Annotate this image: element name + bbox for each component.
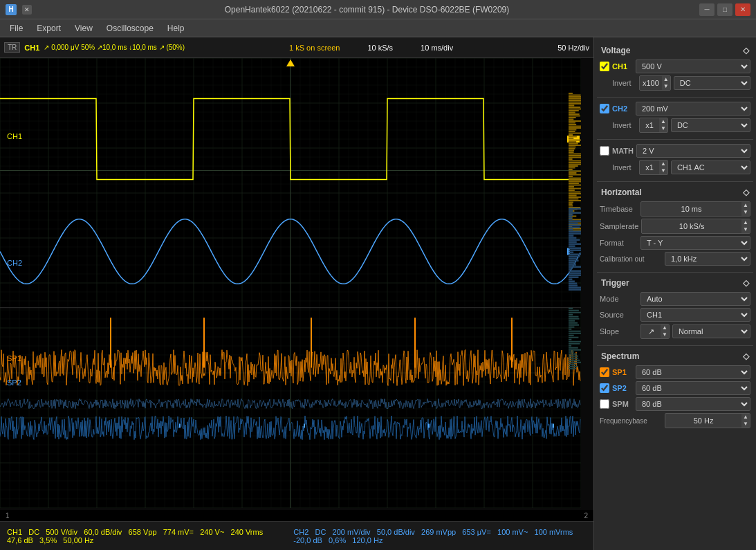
ch1-coupling-select[interactable]: DCACGND (674, 76, 750, 90)
app-icon: H (6, 4, 17, 15)
timebase-down[interactable]: ▼ (741, 209, 750, 216)
menubar: File Export View Oscilloscope Help (0, 19, 756, 37)
maximize-button[interactable]: □ (717, 3, 732, 16)
spectrum-section: Spectrum ◇ SP1 60 dB SP2 60 dB (597, 349, 753, 432)
slope-type-select[interactable]: NormalAuto (672, 324, 750, 338)
slope-up[interactable]: ▲ (661, 324, 669, 331)
ch1-label: CH1 (612, 62, 633, 71)
format-label: Format (600, 239, 638, 247)
ch1-voltage-row: CH1 500 V Invert x100 ▲ ▼ (597, 58, 753, 94)
ch1-badge: CH1 (24, 44, 39, 52)
timebase-spinbox[interactable]: 10 ms ▲ ▼ (640, 201, 750, 217)
freqbase-label: Frequencybase (600, 417, 662, 425)
math-voltage-row: MATH 2 V Invert x1 ▲ ▼ (597, 143, 753, 178)
minimize-button[interactable]: ─ (699, 3, 714, 16)
menu-view[interactable]: View (68, 21, 100, 35)
main-layout: TR CH1 ↗ 0,000 μV 50% ↗10,0 ms ↓10,0 ms … (0, 37, 756, 550)
spectrum-expand-icon[interactable]: ◇ (743, 351, 749, 361)
math-invert-label: Invert (612, 163, 636, 172)
freqbase-down[interactable]: ▼ (741, 421, 750, 428)
source-label: Source (600, 311, 638, 319)
ch2-probe-down[interactable]: ▼ (659, 125, 667, 132)
trigger-source-select[interactable]: CH1CH2 (640, 308, 750, 322)
samplerate-label: Samplerate (600, 222, 638, 230)
close-icon-x: ✕ (22, 5, 32, 15)
sp2-select[interactable]: 60 dB (636, 381, 750, 395)
oscilloscope-canvas[interactable] (0, 58, 593, 510)
spectrum-header: Spectrum ◇ (597, 349, 753, 364)
axis-label-1: 1 (6, 512, 10, 520)
horizontal-section: Horizontal ◇ Timebase 10 ms ▲ ▼ Samplera… (597, 185, 753, 269)
ch2-invert-label: Invert (612, 121, 636, 129)
math-probe-spinbox[interactable]: x1 ▲ ▼ (639, 160, 668, 175)
trigger-header: Trigger ◇ (597, 275, 753, 291)
format-select[interactable]: T - YX - Y (640, 236, 750, 250)
horizontal-header: Horizontal ◇ (597, 185, 753, 200)
ch2-checkbox[interactable] (600, 104, 609, 113)
sp2-checkbox[interactable] (600, 383, 609, 393)
ch2-voltage-select[interactable]: 200 mV (636, 102, 750, 116)
voltage-header: Voltage ◇ (597, 43, 753, 58)
trigger-content: Mode AutoNormalSingle Source CH1CH2 Slop… (597, 291, 753, 342)
trigger-section: Trigger ◇ Mode AutoNormalSingle Source C… (597, 275, 753, 342)
math-probe-down[interactable]: ▼ (659, 167, 667, 174)
menu-help[interactable]: Help (160, 21, 192, 35)
math-probe-up[interactable]: ▲ (659, 161, 667, 167)
calibration-select[interactable]: 1,0 kHz (665, 252, 750, 266)
voltage-expand-icon[interactable]: ◇ (743, 46, 749, 55)
horizontal-content: Timebase 10 ms ▲ ▼ Samplerate 10 kS/s (597, 200, 753, 269)
calibration-label: Calibration out (600, 255, 662, 263)
trigger-mode-select[interactable]: AutoNormalSingle (640, 292, 750, 306)
slope-down[interactable]: ▼ (661, 331, 669, 338)
ch1-probe-up[interactable]: ▲ (662, 76, 670, 83)
close-button[interactable]: ✕ (735, 3, 750, 16)
menu-export[interactable]: Export (30, 21, 68, 35)
sample-rate: 10 kS/s (367, 44, 393, 52)
samples-on-screen: 1 kS on screen (289, 44, 340, 52)
ch2-label: CH2 (612, 104, 633, 113)
ch1-voltage-select[interactable]: 500 V (636, 59, 750, 73)
title-text: OpenHantek6022 (20210622 - commit 915) -… (35, 5, 699, 15)
spm-select[interactable]: 80 dB (636, 397, 750, 411)
ch1-trigger-info: ↗ 0,000 μV 50% ↗10,0 ms ↓10,0 ms ↗ (50%) (44, 44, 185, 51)
ch1-invert-label: Invert (612, 79, 636, 87)
toolbar-center: 1 kS on screen 10 kS/s 10 ms/div (189, 44, 553, 52)
timebase-up[interactable]: ▲ (741, 202, 750, 209)
time-per-div: 10 ms/div (421, 44, 453, 52)
math-voltage-select[interactable]: 2 V (636, 144, 750, 158)
statusbar: CH1 DC 500 V/div 60,0 dB/div 658 Vpp 774… (0, 521, 593, 550)
sp1-select[interactable]: 60 dB (636, 365, 750, 379)
menu-file[interactable]: File (3, 21, 30, 35)
mode-label: Mode (600, 295, 638, 303)
samplerate-up[interactable]: ▲ (741, 219, 750, 226)
ch1-probe-down[interactable]: ▼ (662, 83, 670, 90)
math-coupling-select[interactable]: CH1 ACCH1 DCCH2 ACCH2 DC (671, 161, 750, 174)
voltage-section: Voltage ◇ CH1 500 V Invert x100 (597, 43, 753, 178)
osc-toolbar: TR CH1 ↗ 0,000 μV 50% ↗10,0 ms ↓10,0 ms … (0, 37, 593, 58)
ch2-coupling-select[interactable]: DCACGND (671, 118, 750, 132)
oscilloscope-area: TR CH1 ↗ 0,000 μV 50% ↗10,0 ms ↓10,0 ms … (0, 37, 593, 550)
samplerate-down[interactable]: ▼ (741, 226, 750, 233)
spm-label: SPM (612, 400, 633, 408)
ch2-probe-spinbox[interactable]: x1 ▲ ▼ (639, 118, 668, 133)
ch1-probe-spinbox[interactable]: x100 ▲ ▼ (639, 75, 671, 91)
freqbase-spinbox[interactable]: 50 Hz ▲ ▼ (665, 413, 750, 428)
ch1-checkbox[interactable] (600, 62, 609, 71)
timebase-label: Timebase (600, 205, 638, 213)
menu-oscilloscope[interactable]: Oscilloscope (100, 21, 160, 35)
sp2-label: SP2 (612, 384, 633, 392)
spm-checkbox[interactable] (600, 399, 609, 409)
ch2-probe-up[interactable]: ▲ (659, 118, 667, 125)
status-ch1: CH1 DC 500 V/div 60,0 dB/div 658 Vpp 774… (7, 528, 279, 544)
axis-label-2: 2 (584, 512, 588, 520)
slope-arrow-control[interactable]: ↗ ▲ ▼ (640, 324, 670, 339)
sp1-checkbox[interactable] (600, 367, 609, 377)
horizontal-expand-icon[interactable]: ◇ (743, 187, 749, 197)
samplerate-spinbox[interactable]: 10 kS/s ▲ ▼ (641, 219, 750, 234)
math-checkbox[interactable] (600, 146, 609, 156)
freqbase-up[interactable]: ▲ (741, 414, 750, 421)
titlebar: H ✕ OpenHantek6022 (20210622 - commit 91… (0, 0, 756, 19)
trigger-expand-icon[interactable]: ◇ (743, 278, 749, 288)
right-panel: Voltage ◇ CH1 500 V Invert x100 (593, 37, 756, 550)
sp1-label: SP1 (612, 368, 633, 376)
